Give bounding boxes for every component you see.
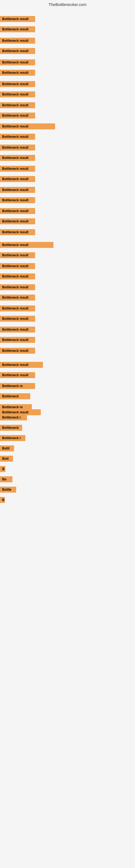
bottleneck-item[interactable]: Bottleneck result [0, 166, 35, 173]
bottleneck-badge: Bottleneck result [0, 134, 35, 140]
bottleneck-badge: Bottleneck result [0, 337, 35, 343]
bottleneck-badge: Bottleneck result [0, 26, 35, 32]
bottleneck-item[interactable]: Bottleneck result [0, 337, 35, 344]
bottleneck-item[interactable]: B [0, 466, 5, 473]
bottleneck-item[interactable]: Bottleneck result [0, 218, 35, 225]
bottleneck-item[interactable]: Bott [0, 456, 13, 463]
bottleneck-badge: Bottleneck result [0, 229, 35, 235]
bottleneck-badge: Bottleneck [0, 393, 30, 399]
bottleneck-badge: Bottleneck result [0, 70, 35, 76]
bottleneck-badge: Bottleneck result [0, 263, 35, 269]
bottleneck-item[interactable]: Bottleneck result [0, 284, 35, 291]
bottleneck-badge: Bottl [0, 445, 14, 452]
bottleneck-badge: Bottleneck result [0, 38, 35, 44]
bottleneck-badge: Bottleneck r [0, 435, 26, 441]
bottleneck-badge: Bo [0, 476, 12, 482]
bottleneck-badge: Bottle [0, 487, 16, 493]
bottleneck-item[interactable]: Bottleneck r [0, 435, 26, 442]
bottleneck-badge: Bottleneck result [0, 197, 35, 203]
bottleneck-item[interactable]: Bottleneck result [0, 362, 43, 369]
bottleneck-badge: Bottleneck result [0, 305, 35, 311]
bottleneck-item[interactable]: Bottleneck result [0, 176, 35, 183]
bottleneck-item[interactable]: Bottleneck result [0, 327, 35, 334]
bottleneck-item[interactable]: Bottleneck [0, 425, 22, 432]
bottleneck-badge: Bottleneck result [0, 81, 35, 87]
bottleneck-item[interactable]: Bottleneck result [0, 102, 35, 109]
bottleneck-item[interactable]: Bottleneck result [0, 252, 35, 259]
bottleneck-badge: Bottleneck result [0, 284, 35, 290]
bottleneck-badge: Bottleneck result [0, 155, 35, 161]
bottleneck-badge: Bottleneck result [0, 16, 35, 22]
bottleneck-badge: Bott [0, 456, 13, 462]
bottleneck-badge: Bottleneck result [0, 166, 35, 172]
bottleneck-item[interactable]: Bottleneck result [0, 48, 35, 55]
bottleneck-item[interactable]: Bottleneck result [0, 348, 35, 355]
bottleneck-item[interactable]: Bottleneck result [0, 113, 35, 120]
bottleneck-badge: B [0, 466, 5, 472]
bottleneck-item[interactable]: Bottleneck result [0, 294, 35, 302]
bottleneck-badge: Bottleneck result [0, 145, 35, 151]
bottleneck-badge: Bottleneck result [0, 48, 35, 54]
bottleneck-item[interactable]: Bottleneck result [0, 263, 35, 270]
bottleneck-item[interactable]: Bottleneck result [0, 123, 55, 130]
bottleneck-item[interactable]: Bottleneck re [0, 383, 35, 390]
bottleneck-item[interactable]: Bottleneck result [0, 59, 35, 66]
bottleneck-badge: Bottleneck re [0, 383, 35, 389]
bottleneck-badge: Bottleneck result [0, 91, 35, 97]
bottleneck-badge: Bottleneck [0, 425, 22, 431]
bottleneck-item[interactable]: Bottleneck result [0, 316, 35, 323]
bottleneck-item[interactable]: Bottleneck result [0, 372, 35, 379]
bottleneck-item[interactable]: Bottleneck result [0, 134, 35, 141]
bottleneck-item[interactable]: Bottleneck result [0, 208, 35, 215]
bottleneck-badge: Bottleneck result [0, 59, 35, 65]
bottleneck-badge: Bottleneck result [0, 218, 35, 224]
bottleneck-item[interactable]: Bottleneck result [0, 197, 35, 204]
bottleneck-badge: Bottleneck result [0, 176, 35, 182]
bottleneck-item[interactable]: Bottleneck result [0, 16, 35, 23]
bottleneck-item[interactable]: Bottleneck result [0, 242, 53, 249]
bottleneck-badge: Bottleneck r [0, 414, 27, 421]
bottleneck-item[interactable]: Bo [0, 476, 12, 484]
bottleneck-item[interactable]: Bottleneck result [0, 187, 35, 194]
bottleneck-badge: B [0, 497, 5, 503]
bottleneck-item[interactable]: Bottleneck result [0, 81, 35, 88]
bottleneck-badge: Bottleneck result [0, 102, 35, 108]
bottleneck-badge: Bottleneck result [0, 294, 35, 301]
bottleneck-item[interactable]: Bottleneck result [0, 305, 35, 312]
bottleneck-item[interactable]: Bottleneck result [0, 145, 35, 152]
bottleneck-badge: Bottleneck result [0, 327, 35, 333]
bottleneck-badge: Bottleneck result [0, 348, 35, 354]
bottleneck-item[interactable]: Bottleneck result [0, 155, 35, 162]
bottleneck-badge: Bottleneck result [0, 242, 53, 248]
bottleneck-badge: Bottleneck result [0, 252, 35, 258]
bottleneck-item[interactable]: Bottl [0, 445, 14, 453]
bottleneck-item[interactable]: Bottleneck result [0, 38, 35, 45]
bottleneck-item[interactable]: Bottleneck result [0, 70, 35, 77]
bottleneck-item[interactable]: Bottleneck [0, 393, 30, 400]
bottleneck-badge: Bottleneck result [0, 208, 35, 214]
bottleneck-item[interactable]: B [0, 497, 5, 504]
bottleneck-badge: Bottleneck result [0, 273, 35, 279]
bottleneck-item[interactable]: Bottleneck result [0, 273, 35, 280]
site-title: TheBottlenecker.com [0, 0, 135, 8]
bottleneck-badge: Bottleneck result [0, 316, 35, 322]
bottleneck-badge: Bottleneck result [0, 187, 35, 193]
bottleneck-item[interactable]: Bottleneck result [0, 91, 35, 98]
bottleneck-item[interactable]: Bottleneck r [0, 414, 27, 422]
bottleneck-item[interactable]: Bottleneck result [0, 26, 35, 33]
bottleneck-badge: Bottleneck result [0, 372, 35, 378]
bottleneck-item[interactable]: Bottle [0, 487, 16, 494]
bottleneck-badge: Bottleneck result [0, 113, 35, 119]
bottleneck-item[interactable]: Bottleneck result [0, 229, 35, 236]
bottleneck-badge: Bottleneck result [0, 123, 55, 129]
bottleneck-badge: Bottleneck result [0, 362, 43, 368]
